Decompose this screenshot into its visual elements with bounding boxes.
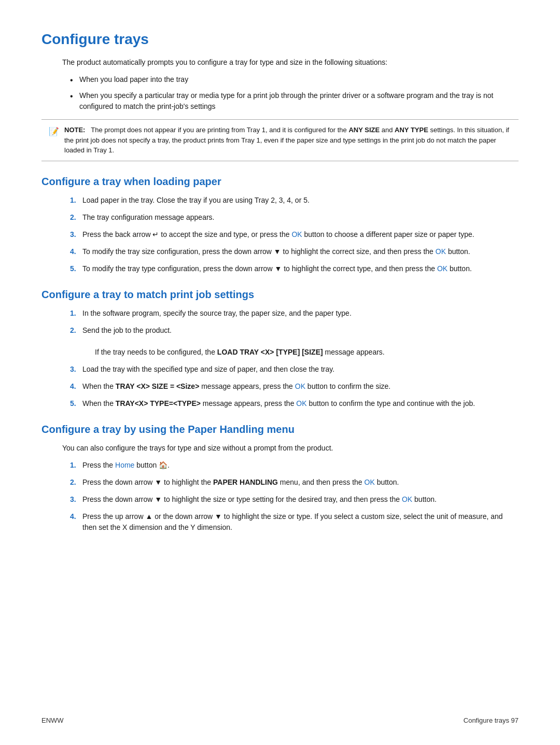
- section3-heading: Configure a tray by using the Paper Hand…: [41, 424, 519, 435]
- step-item: 2. Send the job to the product. If the t…: [70, 325, 519, 358]
- section2-steps: 1. In the software program, specify the …: [70, 308, 519, 409]
- step-content: Send the job to the product. If the tray…: [82, 325, 519, 358]
- bullet-list: When you load paper into the tray When y…: [70, 74, 519, 112]
- step-number: 2.: [70, 212, 82, 223]
- step-content: Press the Home button 🏠.: [82, 460, 519, 471]
- section3-steps: 1. Press the Home button 🏠. 2. Press the…: [70, 460, 519, 533]
- step-content: Press the down arrow ▼ to highlight the …: [82, 477, 519, 488]
- step-number: 2.: [70, 325, 82, 336]
- bullet-item: When you specify a particular tray or me…: [70, 90, 519, 112]
- note-label: NOTE:: [64, 126, 91, 134]
- step-item: 3. Press the back arrow ↵ to accept the …: [70, 229, 519, 240]
- step-item: 3. Load the tray with the specified type…: [70, 364, 519, 375]
- step-item: 4. When the TRAY <X> SIZE = <Size> messa…: [70, 381, 519, 392]
- step-content: Press the back arrow ↵ to accept the siz…: [82, 229, 519, 240]
- page-title: Configure trays: [41, 31, 519, 48]
- step-content: When the TRAY<X> TYPE=<TYPE> message app…: [82, 398, 519, 409]
- step-content: Load the tray with the specified type an…: [82, 364, 519, 375]
- step-number: 5.: [70, 398, 82, 409]
- step-item: 4. To modify the tray size configuration…: [70, 246, 519, 257]
- section1-heading: Configure a tray when loading paper: [41, 176, 519, 188]
- step-number: 3.: [70, 364, 82, 375]
- step-content: In the software program, specify the sou…: [82, 308, 519, 319]
- section3-intro: You can also configure the trays for typ…: [62, 443, 519, 454]
- step-item: 2. Press the down arrow ▼ to highlight t…: [70, 477, 519, 488]
- step-item: 3. Press the down arrow ▼ to highlight t…: [70, 494, 519, 505]
- section1-steps: 1. Load paper in the tray. Close the tra…: [70, 195, 519, 274]
- note-text: NOTE: The prompt does not appear if you …: [64, 125, 511, 156]
- step-content: Load paper in the tray. Close the tray i…: [82, 195, 519, 206]
- step-subpara: If the tray needs to be configured, the …: [95, 348, 385, 356]
- step-item: 4. Press the up arrow ▲ or the down arro…: [70, 511, 519, 533]
- intro-text: The product automatically prompts you to…: [62, 57, 519, 68]
- step-number: 5.: [70, 263, 82, 274]
- step-item: 1. Press the Home button 🏠.: [70, 460, 519, 471]
- step-number: 1.: [70, 308, 82, 319]
- step-content: To modify the tray type configuration, p…: [82, 263, 519, 274]
- footer-right: Configure trays 97: [464, 716, 519, 724]
- step-number: 3.: [70, 494, 82, 505]
- step-number: 4.: [70, 381, 82, 392]
- step-content: The tray configuration message appears.: [82, 212, 519, 223]
- page-footer: ENWW Configure trays 97: [41, 716, 519, 724]
- step-item: 1. In the software program, specify the …: [70, 308, 519, 319]
- bullet-item: When you load paper into the tray: [70, 74, 519, 85]
- section-paper-handling-menu: Configure a tray by using the Paper Hand…: [41, 424, 519, 533]
- note-box: 📝 NOTE: The prompt does not appear if yo…: [41, 119, 519, 161]
- section-load-paper: Configure a tray when loading paper 1. L…: [41, 176, 519, 274]
- step-content: To modify the tray size configuration, p…: [82, 246, 519, 257]
- step-item: 1. Load paper in the tray. Close the tra…: [70, 195, 519, 206]
- step-number: 4.: [70, 511, 82, 522]
- step-content: Press the up arrow ▲ or the down arrow ▼…: [82, 511, 519, 533]
- step-item: 2. The tray configuration message appear…: [70, 212, 519, 223]
- step-number: 3.: [70, 229, 82, 240]
- step-content: When the TRAY <X> SIZE = <Size> message …: [82, 381, 519, 392]
- step-number: 1.: [70, 195, 82, 206]
- step-number: 1.: [70, 460, 82, 471]
- section2-heading: Configure a tray to match print job sett…: [41, 289, 519, 301]
- step-item: 5. To modify the tray type configuration…: [70, 263, 519, 274]
- step-item: 5. When the TRAY<X> TYPE=<TYPE> message …: [70, 398, 519, 409]
- footer-left: ENWW: [41, 716, 64, 724]
- step-content: Press the down arrow ▼ to highlight the …: [82, 494, 519, 505]
- step-number: 2.: [70, 477, 82, 488]
- note-icon: 📝: [49, 125, 59, 138]
- section-match-print-job: Configure a tray to match print job sett…: [41, 289, 519, 409]
- step-number: 4.: [70, 246, 82, 257]
